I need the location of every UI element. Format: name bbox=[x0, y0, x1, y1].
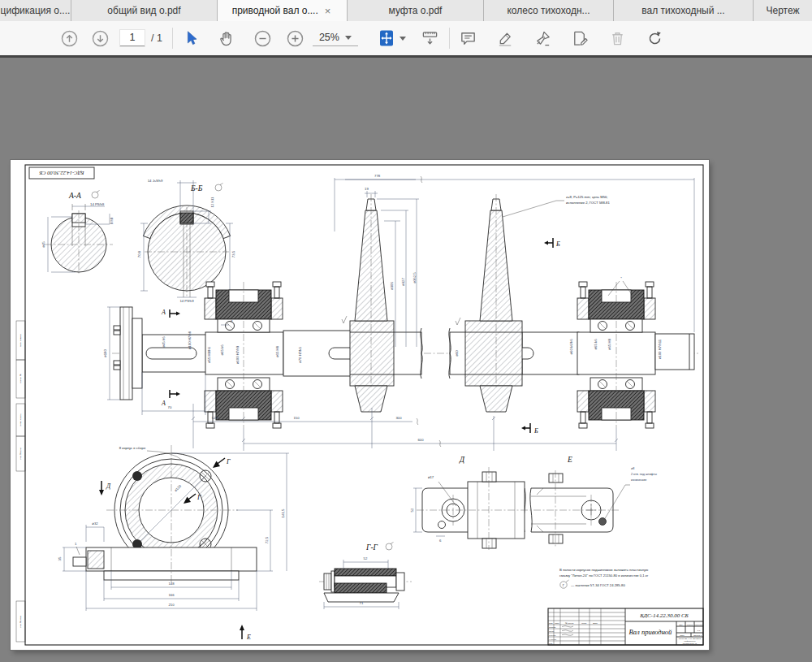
view-arrow-e: Е bbox=[240, 625, 251, 641]
dim-label: ⌀100 H7/h9 bbox=[235, 345, 240, 364]
section-aa-view: А-А 14 P9/h9 ⌀45 9 h9 bbox=[41, 191, 114, 276]
assembly-note: 8 корпус в сборе bbox=[119, 446, 146, 450]
sprocket-left bbox=[350, 194, 394, 412]
dim-label: 141,5 bbox=[281, 508, 285, 517]
sprocket-note: z=8; P=125 mm; цепь М56; bbox=[566, 195, 608, 199]
title-field: Разраб. bbox=[549, 626, 556, 629]
note-line: — заклепки 5Т-34 ГОСТ 24.285-80 bbox=[571, 583, 625, 587]
title-block: БДС-14.22.30.00 СБ Вал приводной Изм. Ли… bbox=[548, 608, 704, 645]
fill-sign-button[interactable] bbox=[568, 26, 593, 50]
dim-label: ⌀70 H7/k6 bbox=[298, 347, 302, 363]
dim-label: 73,5 bbox=[231, 250, 235, 257]
hand-tool-button[interactable] bbox=[215, 26, 240, 50]
pin-note: ⌀8 bbox=[631, 467, 634, 470]
pin-note: конические bbox=[631, 478, 646, 482]
toolbar-ruler-icon bbox=[421, 29, 439, 48]
minus-circle-icon bbox=[253, 29, 272, 48]
dim-label: 9 h9 bbox=[110, 217, 114, 224]
page-number-input[interactable]: 1 bbox=[120, 30, 145, 46]
title-field: Т.контр. bbox=[549, 634, 556, 637]
dim-label: 70,8 bbox=[137, 250, 141, 257]
tab-coupling[interactable]: муфта o.pdf bbox=[348, 0, 484, 21]
sprocket-right bbox=[465, 194, 522, 412]
title-org: Группа СМ1-41 bbox=[683, 643, 698, 645]
section-label: А-А bbox=[68, 192, 81, 200]
dim-label: 52 bbox=[364, 556, 368, 560]
dim-label: 778 bbox=[374, 174, 381, 178]
show-toolbar-button[interactable] bbox=[418, 26, 443, 50]
dim-label: ⌀32 bbox=[92, 521, 98, 526]
inverted-stamp: БДС-14.22.30.00 СБ bbox=[39, 171, 84, 176]
dim-label: 12 h11 bbox=[210, 197, 214, 207]
sign-button[interactable] bbox=[531, 26, 555, 50]
dim-label: 1 bbox=[75, 542, 77, 546]
technical-notes: В полости корпусов подшипников заложить … bbox=[559, 568, 649, 588]
drawing-canvas: Перв. примен. Справ. № Подп. и дата Инв.… bbox=[11, 160, 709, 650]
zoom-out-button[interactable] bbox=[251, 26, 275, 50]
dim-label: 52 bbox=[410, 508, 414, 512]
cursor-arrow-icon bbox=[183, 29, 201, 47]
svg-text:Д: Д bbox=[106, 482, 111, 490]
section-gg-view: Г-Г 52 71 bbox=[319, 543, 412, 610]
comment-button[interactable] bbox=[456, 26, 481, 50]
dim-label: ⌀65 k6 bbox=[594, 339, 598, 350]
dim-label: 35 bbox=[58, 556, 62, 560]
title-field: Масштаб bbox=[694, 624, 703, 626]
svg-text:А: А bbox=[161, 400, 166, 407]
tab-close-icon[interactable]: × bbox=[323, 6, 333, 16]
dim-label: ⌀60 bbox=[455, 350, 459, 357]
coupling-flange: ⌀180 bbox=[103, 307, 142, 400]
fountain-pen-icon bbox=[533, 29, 552, 48]
title-field: Утв. bbox=[549, 643, 553, 645]
title-field: Н.контр. bbox=[549, 638, 557, 641]
refresh-icon bbox=[646, 29, 664, 48]
dim-label: ⌀100 H7/h11 bbox=[658, 339, 662, 359]
sprocket-note: исполнение 2, ГОСТ 588-81 bbox=[566, 201, 610, 205]
select-tool-button[interactable] bbox=[179, 26, 204, 50]
tab-general-view[interactable]: общий вид o.pdf bbox=[71, 0, 218, 21]
zoom-level-dropdown[interactable]: 25% bbox=[313, 30, 358, 46]
dim-label: 150 bbox=[293, 416, 300, 420]
dim-label: 14 P9/h9 bbox=[179, 299, 194, 303]
delete-button[interactable] bbox=[606, 26, 630, 50]
pdf-page: Перв. примен. Справ. № Подп. и дата Инв.… bbox=[11, 160, 709, 650]
housing-front-view: 8 корпус в сборе ⌀120 ⌀32 1 35 148 166 2… bbox=[58, 445, 289, 641]
view-arrow-d: Д bbox=[99, 481, 111, 495]
refresh-button[interactable] bbox=[643, 26, 667, 50]
dim-label: 72,5 bbox=[265, 536, 269, 543]
toolbar-divider bbox=[449, 28, 450, 49]
svg-text:Б: Б bbox=[555, 240, 560, 248]
dim-label: 166 bbox=[168, 593, 175, 597]
note-symbol: Г bbox=[563, 583, 565, 587]
highlighter-icon bbox=[496, 29, 515, 48]
tab-specification[interactable]: цификация о.... bbox=[0, 0, 71, 21]
tab-slow-shaft[interactable]: вал тихоходный ... bbox=[614, 0, 754, 21]
margin-label: Инв. № дубл. bbox=[19, 447, 22, 460]
fit-page-icon bbox=[378, 28, 397, 48]
title-field: Лист bbox=[680, 634, 685, 637]
dim-label: ⌀17 bbox=[428, 475, 434, 479]
fit-page-dropdown[interactable] bbox=[376, 26, 408, 50]
tab-drive-shaft[interactable]: приводной вал o.... × bbox=[218, 0, 348, 21]
section-bb-view: Б-Б 14 Js9/h9 12 h11 70,8 73,5 14 P9/h9 bbox=[137, 179, 235, 304]
dim-label: 14 Js9/h9 bbox=[148, 179, 163, 183]
dim-label: ⌀65 H8 bbox=[275, 345, 279, 357]
previous-page-button[interactable] bbox=[57, 26, 81, 50]
arrow-up-circle-icon bbox=[60, 29, 79, 48]
svg-text:Г: Г bbox=[197, 494, 201, 501]
zoom-in-button[interactable] bbox=[283, 26, 308, 50]
section-label: Г-Г bbox=[365, 543, 378, 552]
title-field: Лист bbox=[555, 622, 559, 625]
tab-drawing[interactable]: Чертеж bbox=[754, 0, 812, 21]
title-designation: БДС-14.22.30.00 СБ bbox=[639, 612, 688, 619]
title-scale: 1:1 bbox=[698, 630, 701, 632]
dim-label: 148 bbox=[168, 582, 175, 586]
dim-label: 70 bbox=[168, 405, 172, 409]
tab-wheel[interactable]: колесо тихоходн... bbox=[484, 0, 614, 21]
chevron-down-icon bbox=[400, 37, 406, 41]
toolbar-divider bbox=[172, 28, 173, 49]
dim-label: ⌀55 H8/h6 bbox=[207, 346, 211, 363]
highlight-button[interactable] bbox=[494, 26, 518, 50]
next-page-button[interactable] bbox=[88, 26, 112, 50]
svg-text:А: А bbox=[161, 309, 166, 316]
